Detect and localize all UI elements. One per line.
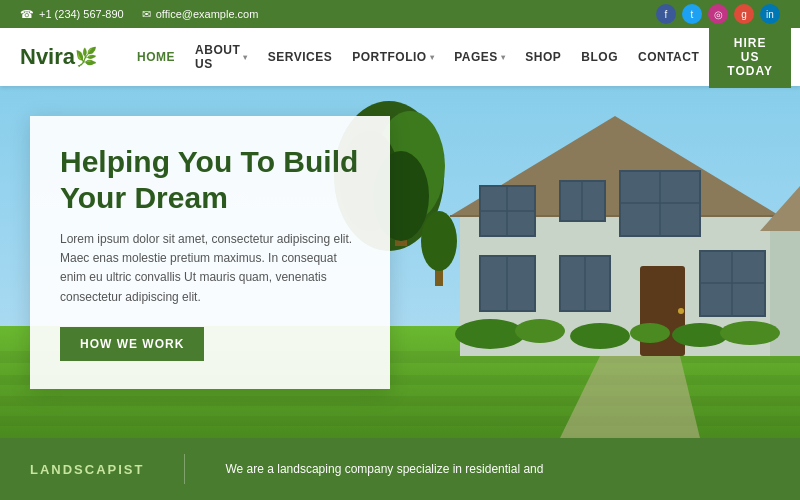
nav-item-shop[interactable]: SHOP — [515, 50, 571, 64]
strip-text: We are a landscaping company specialize … — [225, 461, 543, 478]
email-address: office@example.com — [156, 8, 259, 20]
navbar: Nvira🌿 HOME ABOUT US ▾ SERVICES PORTFOLI… — [0, 28, 800, 86]
phone-number: +1 (234) 567-890 — [39, 8, 124, 20]
phone-icon: ☎ — [20, 8, 34, 21]
logo-text: Nvira — [20, 44, 75, 70]
nav-links: HOME ABOUT US ▾ SERVICES PORTFOLIO ▾ PAG… — [127, 43, 709, 71]
hire-us-button[interactable]: HIRE US TODAY — [709, 26, 791, 88]
email-icon: ✉ — [142, 8, 151, 21]
svg-point-36 — [672, 323, 728, 347]
svg-point-35 — [630, 323, 670, 343]
strip-divider — [184, 454, 185, 484]
nav-item-services[interactable]: SERVICES — [258, 50, 342, 64]
twitter-icon[interactable]: t — [682, 4, 702, 24]
nav-item-blog[interactable]: BLOG — [571, 50, 628, 64]
svg-point-26 — [678, 308, 684, 314]
nav-item-contact[interactable]: CONTACT — [628, 50, 709, 64]
hero-body-text: Lorem ipsum dolor sit amet, consectetur … — [60, 230, 360, 307]
svg-point-37 — [720, 321, 780, 345]
nav-item-about[interactable]: ABOUT US ▾ — [185, 43, 258, 71]
logo: Nvira🌿 — [20, 44, 97, 70]
strip-label: LANDSCAPIST — [30, 462, 144, 477]
top-bar: ☎ +1 (234) 567-890 ✉ office@example.com … — [0, 0, 800, 28]
logo-leaf-icon: 🌿 — [75, 46, 97, 68]
googleplus-icon[interactable]: g — [734, 4, 754, 24]
linkedin-icon[interactable]: in — [760, 4, 780, 24]
instagram-icon[interactable]: ◎ — [708, 4, 728, 24]
svg-point-33 — [515, 319, 565, 343]
how-we-work-button[interactable]: HOW WE WORK — [60, 327, 204, 361]
phone-info: ☎ +1 (234) 567-890 — [20, 8, 124, 21]
social-links: f t ◎ g in — [656, 4, 780, 24]
facebook-icon[interactable]: f — [656, 4, 676, 24]
email-info: ✉ office@example.com — [142, 8, 259, 21]
top-bar-contact: ☎ +1 (234) 567-890 ✉ office@example.com — [20, 8, 258, 21]
svg-point-42 — [421, 211, 457, 271]
nav-item-pages[interactable]: PAGES ▾ — [444, 50, 515, 64]
nav-item-portfolio[interactable]: PORTFOLIO ▾ — [342, 50, 444, 64]
hero-card: Helping You To Build Your Dream Lorem ip… — [30, 116, 390, 389]
svg-point-32 — [455, 319, 525, 349]
hero-section: Helping You To Build Your Dream Lorem ip… — [0, 86, 800, 438]
bottom-strip: LANDSCAPIST We are a landscaping company… — [0, 438, 800, 500]
svg-point-34 — [570, 323, 630, 349]
nav-item-home[interactable]: HOME — [127, 50, 185, 64]
hero-title: Helping You To Build Your Dream — [60, 144, 360, 216]
